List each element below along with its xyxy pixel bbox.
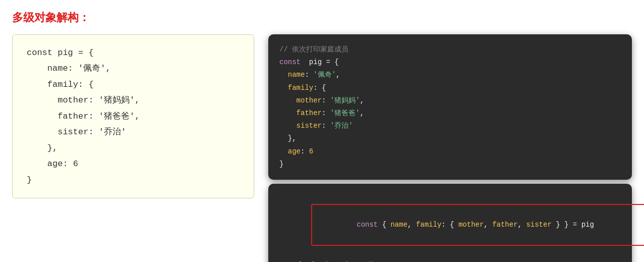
log-line-1: console.log(name) // 佩奇 <box>277 259 623 262</box>
left-line-2: name: '佩奇', <box>27 61 240 76</box>
left-code-panel: const pig = { name: '佩奇', family: { moth… <box>12 34 254 198</box>
top-line-9: } <box>279 158 621 171</box>
left-line-1: const pig = { <box>27 45 240 61</box>
top-comment: // 依次打印家庭成员 <box>279 43 621 56</box>
destructure-line: const { name, family: { mother, father, … <box>277 191 623 259</box>
left-line-6: sister: '乔治' <box>27 124 240 140</box>
left-line-4: mother: '猪妈妈', <box>27 92 240 108</box>
top-line-3: family: { <box>279 82 621 94</box>
right-top-panel: // 依次打印家庭成员 const pig = { name: '佩奇', fa… <box>268 34 632 180</box>
top-line-5: father: '猪爸爸', <box>279 107 621 120</box>
top-line-2: name: '佩奇', <box>279 69 621 81</box>
left-line-3: family: { <box>27 77 240 92</box>
top-line-6: sister: '乔治' <box>279 120 621 132</box>
left-line-8: age: 6 <box>27 156 240 172</box>
left-line-5: father: '猪爸爸', <box>27 109 240 124</box>
top-line-8: age: 6 <box>279 145 621 158</box>
right-column: // 依次打印家庭成员 const pig = { name: '佩奇', fa… <box>268 34 632 262</box>
page-title: 多级对象解构： <box>12 10 632 25</box>
left-line-7: }, <box>27 140 240 156</box>
top-line-7: }, <box>279 132 621 145</box>
content-row: const pig = { name: '佩奇', family: { moth… <box>12 34 632 262</box>
top-line-4: mother: '猪妈妈', <box>279 94 621 107</box>
left-line-9: } <box>27 172 240 188</box>
right-bottom-panel: const { name, family: { mother, father, … <box>268 184 632 262</box>
top-line-1: const pig = { <box>279 56 621 69</box>
